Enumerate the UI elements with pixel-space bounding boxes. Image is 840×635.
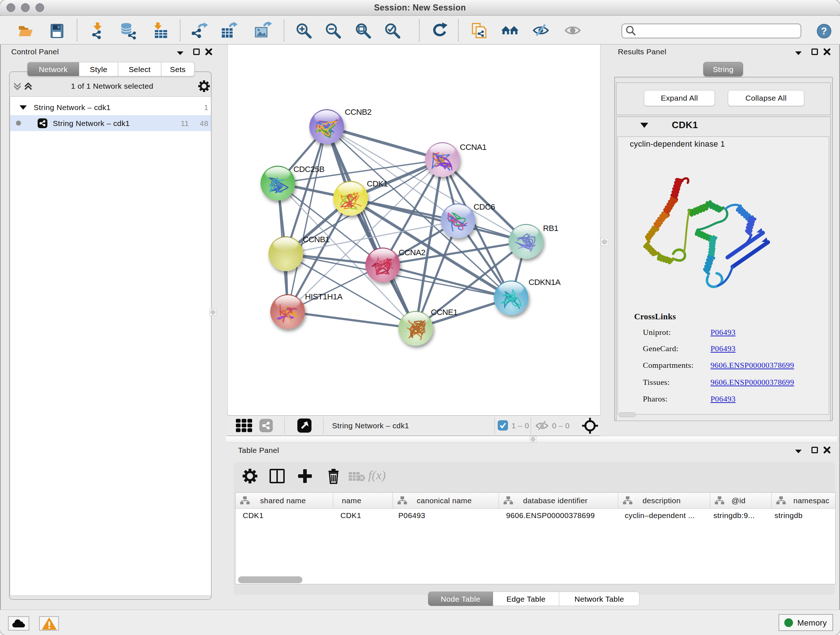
svg-text:CDK1: CDK1 — [367, 179, 388, 188]
svg-text:CDKN1A: CDKN1A — [529, 278, 561, 287]
svg-text:CCNB2: CCNB2 — [345, 108, 371, 117]
svg-text:CDC25B: CDC25B — [294, 165, 325, 174]
svg-text:CCNA1: CCNA1 — [460, 143, 486, 152]
svg-text:CCNB1: CCNB1 — [303, 235, 330, 244]
svg-text:RB1: RB1 — [543, 224, 558, 233]
svg-text:CCNA2: CCNA2 — [399, 248, 425, 257]
svg-text:CDC6: CDC6 — [474, 203, 495, 211]
svg-text:HIST1H1A: HIST1H1A — [305, 292, 343, 301]
svg-text:CCNE1: CCNE1 — [431, 308, 458, 317]
